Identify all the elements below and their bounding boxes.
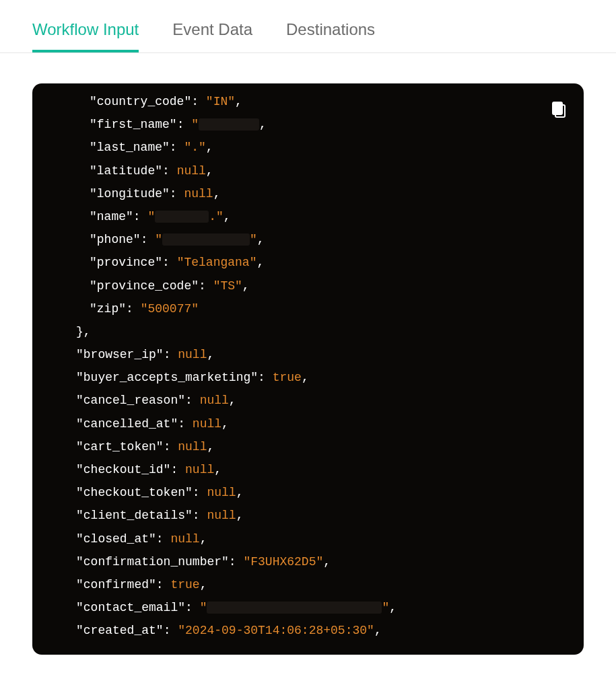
tabs-bar: Workflow Input Event Data Destinations bbox=[0, 0, 616, 53]
redacted-value bbox=[199, 118, 259, 131]
redacted-value bbox=[207, 602, 382, 614]
svg-rect-1 bbox=[553, 102, 562, 114]
code-line: "contact_email": "", bbox=[46, 596, 570, 619]
copy-icon[interactable] bbox=[551, 100, 567, 119]
tab-workflow-input[interactable]: Workflow Input bbox=[32, 20, 139, 52]
code-line: "phone": "", bbox=[46, 228, 570, 251]
code-line: "checkout_id": null, bbox=[46, 458, 570, 481]
code-line: "client_details": null, bbox=[46, 504, 570, 527]
code-line: "first_name": ", bbox=[46, 113, 570, 136]
code-line: "longitude": null, bbox=[46, 182, 570, 205]
code-line: "checkout_token": null, bbox=[46, 481, 570, 504]
code-line: "confirmed": true, bbox=[46, 573, 570, 596]
code-line: "zip": "500077" bbox=[46, 297, 570, 320]
code-line: "cart_token": null, bbox=[46, 435, 570, 458]
redacted-value bbox=[155, 211, 209, 223]
code-line: "name": ".", bbox=[46, 205, 570, 228]
code-line: "latitude": null, bbox=[46, 159, 570, 182]
code-line: "cancel_reason": null, bbox=[46, 389, 570, 412]
code-line: "last_name": ".", bbox=[46, 136, 570, 159]
code-line: "province_code": "TS", bbox=[46, 275, 570, 297]
code-line: "confirmation_number": "F3UHX62D5", bbox=[46, 550, 570, 573]
code-line: "created_at": "2024-09-30T14:06:28+05:30… bbox=[46, 619, 570, 642]
code-block: "country_code": "IN","first_name": ","la… bbox=[32, 83, 584, 655]
code-line: }, bbox=[46, 320, 570, 343]
code-line: "province": "Telangana", bbox=[46, 251, 570, 274]
code-line: "buyer_accepts_marketing": true, bbox=[46, 366, 570, 389]
tab-destinations[interactable]: Destinations bbox=[286, 20, 375, 52]
tab-event-data[interactable]: Event Data bbox=[172, 20, 252, 52]
code-line: "cancelled_at": null, bbox=[46, 412, 570, 435]
code-content: "country_code": "IN","first_name": ","la… bbox=[46, 90, 570, 643]
code-line: "closed_at": null, bbox=[46, 528, 570, 550]
code-line: "browser_ip": null, bbox=[46, 343, 570, 366]
code-line: "country_code": "IN", bbox=[46, 90, 570, 113]
redacted-value bbox=[162, 233, 250, 246]
